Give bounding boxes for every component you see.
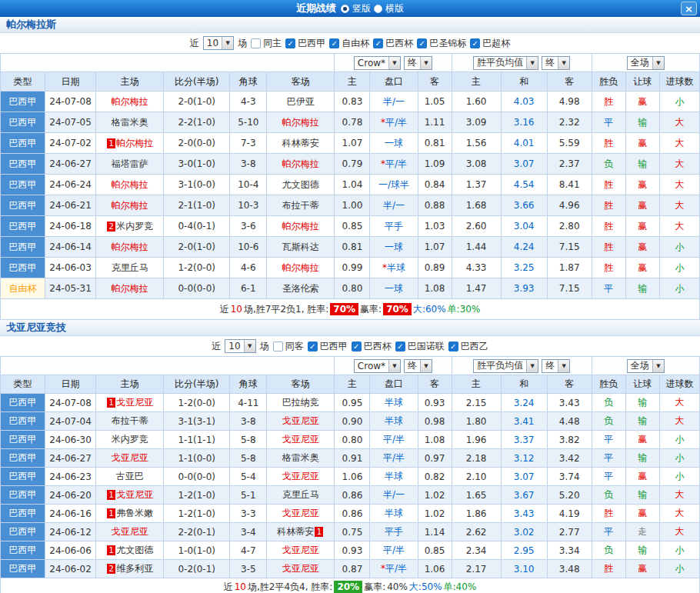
checkbox-checked-icon[interactable]: ✓	[352, 341, 362, 351]
scope-select[interactable]: 全场▼	[627, 359, 665, 373]
home-team-name[interactable]: 帕尔梅拉	[112, 179, 148, 190]
euro-draw-odds: 4.03	[501, 92, 547, 112]
league-filter-checkbox[interactable]: ✓巴西甲	[285, 37, 325, 50]
home-team-name[interactable]: 克里丘马	[112, 262, 148, 273]
home-team-name[interactable]: 格雷米奥	[112, 117, 148, 128]
home-team-name[interactable]: 帕尔梅拉	[112, 283, 148, 294]
away-team-name[interactable]: 巴伊亚	[287, 96, 315, 107]
home-team-name[interactable]: 米内罗竞	[116, 221, 153, 232]
checkbox-checked-icon[interactable]: ✓	[470, 38, 480, 48]
checkbox-checked-icon[interactable]: ✓	[395, 341, 405, 351]
company-final-select[interactable]: 终▼	[404, 359, 432, 373]
away-team-name[interactable]: 戈亚尼亚	[282, 563, 319, 574]
away-team-name[interactable]: 帕尔梅拉	[282, 158, 319, 169]
radio-vertical-selected-icon[interactable]	[341, 5, 349, 13]
column-header: 主	[335, 72, 370, 92]
euro-draw-odds: 3.02	[501, 523, 547, 541]
europe-odds-select[interactable]: 胜平负均值▼	[473, 56, 538, 70]
away-team-name[interactable]: 帕尔梅拉	[282, 262, 319, 273]
checkbox-checked-icon[interactable]: ✓	[308, 341, 318, 351]
home-team-name[interactable]: 弗鲁米嫩	[116, 508, 153, 518]
home-team-name[interactable]: 帕尔梅拉	[112, 242, 148, 252]
checkbox-checked-icon[interactable]: ✓	[373, 38, 383, 48]
league-filter-checkbox[interactable]: ✓巴超杯	[470, 37, 510, 50]
checkbox-checked-icon[interactable]: ✓	[448, 341, 458, 351]
checkbox-unchecked-icon[interactable]	[273, 341, 283, 351]
europe-final-select[interactable]: 终▼	[542, 56, 570, 70]
home-team-name[interactable]: 古亚巴	[116, 471, 144, 481]
scope-select[interactable]: 全场▼	[627, 56, 665, 70]
radio-horizontal-icon[interactable]	[374, 5, 382, 13]
league-filter-checkbox[interactable]: ✓巴西甲	[308, 340, 348, 353]
home-team-name[interactable]: 帕尔梅拉	[112, 200, 148, 211]
checkbox-label: 巴国诺联	[408, 340, 445, 353]
filter-games-label: 场	[260, 340, 269, 353]
home-team-name[interactable]: 福塔雷萨	[112, 158, 148, 169]
away-team-cell: 帕尔梅拉	[267, 258, 335, 278]
result-cell: 平	[592, 449, 625, 468]
away-team-name[interactable]: 戈亚尼亚	[282, 545, 319, 555]
checkbox-checked-icon[interactable]: ✓	[417, 38, 427, 48]
away-team-name[interactable]: 布拉干蒂	[282, 200, 319, 211]
handicap-value: 平手	[385, 221, 403, 232]
home-team-name[interactable]: 帕尔梅拉	[112, 96, 148, 107]
corner-cell: 3-6	[230, 216, 267, 237]
home-team-name[interactable]: 戈亚尼亚	[116, 489, 153, 500]
euro-away-odds: 3.82	[547, 431, 592, 449]
away-team-name[interactable]: 格雷米奥	[282, 452, 319, 463]
europe-final-select[interactable]: 终▼	[542, 359, 570, 373]
away-team-name[interactable]: 戈亚尼亚	[282, 415, 319, 426]
league-filter-checkbox[interactable]: ✓巴国诺联	[395, 340, 445, 353]
home-team-name[interactable]: 戈亚尼亚	[112, 526, 148, 537]
away-team-name[interactable]: 科林蒂安	[277, 526, 314, 537]
away-team-name[interactable]: 戈亚尼亚	[282, 471, 319, 481]
league-filter-checkbox[interactable]: ✓巴西乙	[448, 340, 488, 353]
column-header: 胜负	[592, 375, 625, 394]
corner-cell: 5-1	[230, 486, 267, 505]
close-button[interactable]: ×	[681, 2, 697, 15]
away-team-name[interactable]: 帕尔梅拉	[282, 117, 319, 128]
competition-type-cell: 巴西甲	[1, 412, 45, 431]
away-team-name[interactable]: 帕尔梅拉	[282, 221, 319, 232]
league-filter-checkbox[interactable]: 同主	[251, 37, 282, 50]
away-team-name[interactable]: 戈亚尼亚	[282, 508, 319, 518]
europe-odds-select[interactable]: 胜平负均值▼	[473, 359, 538, 373]
league-filter-checkbox[interactable]: ✓巴西杯	[352, 340, 392, 353]
away-team-name[interactable]: 圣洛伦索	[282, 283, 319, 294]
home-team-name[interactable]: 米内罗竞	[112, 434, 148, 445]
home-team-name[interactable]: 戈亚尼亚	[112, 452, 148, 463]
checkbox-checked-icon[interactable]: ✓	[329, 38, 339, 48]
asia-away-odds: 1.08	[418, 431, 452, 449]
away-team-name[interactable]: 尤文图德	[282, 179, 319, 190]
checkbox-unchecked-icon[interactable]	[251, 38, 261, 48]
away-team-name[interactable]: 巴拉纳竞	[282, 397, 319, 408]
away-team-name[interactable]: 科林蒂安	[282, 138, 319, 148]
chevron-down-icon: ▼	[526, 57, 538, 69]
home-team-name[interactable]: 布拉干蒂	[112, 415, 148, 426]
company-final-select[interactable]: 终▼	[404, 56, 432, 70]
euro-away-odds: 4.96	[547, 195, 592, 216]
league-filter-checkbox[interactable]: 同客	[273, 340, 304, 353]
date-cell: 24-06-30	[45, 431, 96, 449]
match-count-select[interactable]: 10▼	[225, 339, 255, 353]
home-team-cell: 格雷米奥	[96, 112, 164, 133]
league-filter-checkbox[interactable]: ✓巴西杯	[373, 37, 413, 50]
odds-company-select[interactable]: Crow*▼	[354, 359, 401, 373]
match-row: 巴西甲24-06-03克里丘马1-2(0-0)4-6帕尔梅拉0.99*半球0.8…	[1, 258, 700, 278]
handicap-cell: 平/半	[370, 431, 418, 449]
away-team-name[interactable]: 瓦斯科达	[282, 242, 319, 252]
league-filter-checkbox[interactable]: ✓自由杯	[329, 37, 369, 50]
away-team-name[interactable]: 克里丘马	[282, 489, 319, 500]
odds-company-select[interactable]: Crow*▼	[354, 56, 401, 70]
home-team-name[interactable]: 戈亚尼亚	[116, 397, 153, 408]
result-cell: 负	[592, 412, 625, 431]
home-team-name[interactable]: 帕尔梅拉	[116, 138, 153, 148]
euro-draw-odds: 3.67	[501, 486, 547, 505]
home-team-name[interactable]: 维多利亚	[116, 563, 153, 574]
checkbox-checked-icon[interactable]: ✓	[285, 38, 295, 48]
match-count-select[interactable]: 10▼	[203, 36, 234, 50]
chevron-down-icon: ▼	[420, 57, 432, 69]
league-filter-checkbox[interactable]: ✓巴圣锦标	[417, 37, 466, 50]
away-team-name[interactable]: 戈亚尼亚	[282, 434, 319, 445]
home-team-name[interactable]: 尤文图德	[116, 545, 153, 555]
